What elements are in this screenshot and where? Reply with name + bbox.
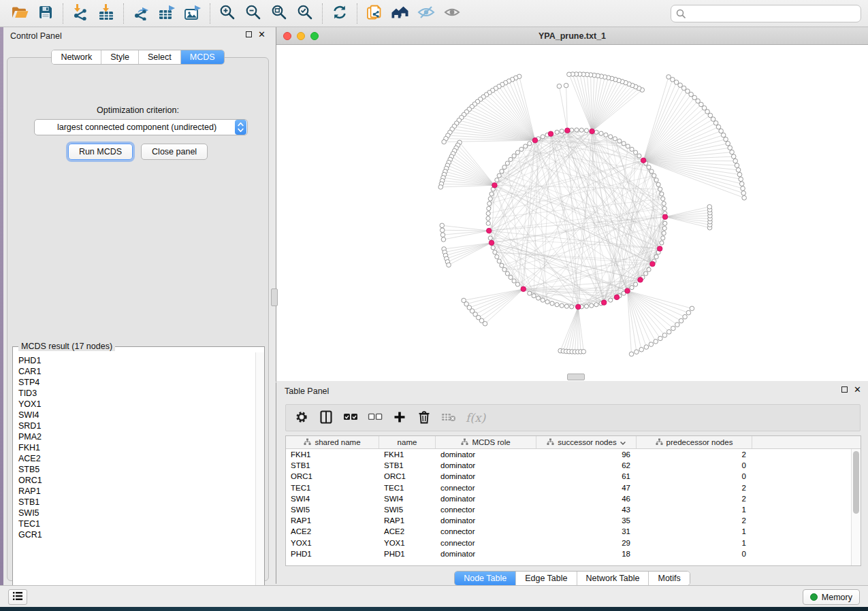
tab-node-table[interactable]: Node Table <box>455 572 515 585</box>
cell-successor-nodes: 96 <box>536 450 637 459</box>
minimize-window-icon[interactable] <box>297 32 305 40</box>
deselect-all-button[interactable] <box>365 408 385 428</box>
horizontal-splitter-handle[interactable] <box>567 374 585 380</box>
mcds-result-item[interactable]: STP4 <box>18 377 255 388</box>
table-row[interactable]: FKH1FKH1dominator962 <box>286 449 851 460</box>
table-scrollbar[interactable] <box>851 449 861 565</box>
mcds-result-item[interactable]: TEC1 <box>18 518 255 529</box>
table-row[interactable]: STB1STB1dominator620 <box>286 460 851 471</box>
vertical-splitter-handle[interactable] <box>271 288 278 306</box>
zoom-out-button[interactable] <box>240 2 266 25</box>
optimization-label: Optimization criterion: <box>7 105 268 115</box>
tab-network[interactable]: Network <box>52 50 101 64</box>
zoom-selected-button[interactable] <box>292 2 318 25</box>
first-neighbors-button[interactable] <box>387 2 413 25</box>
apply-function-button[interactable]: f(x) <box>463 408 488 428</box>
open-file-button[interactable] <box>7 2 33 25</box>
show-all-button[interactable] <box>439 2 465 25</box>
mcds-result-item[interactable]: GCR1 <box>18 529 255 540</box>
tab-style[interactable]: Style <box>101 50 138 64</box>
column-header-name[interactable]: name <box>379 436 436 448</box>
close-panel-icon[interactable]: ✕ <box>258 31 266 37</box>
clone-network-icon <box>366 3 383 23</box>
close-window-icon[interactable] <box>283 32 291 40</box>
column-header-successor-nodes[interactable]: successor nodes <box>536 436 637 448</box>
close-table-panel-icon[interactable]: ✕ <box>854 386 861 393</box>
mcds-result-item[interactable]: SRD1 <box>18 420 255 431</box>
checked-boxes-icon <box>343 412 358 424</box>
tab-select[interactable]: Select <box>138 50 180 64</box>
float-panel-icon[interactable] <box>246 31 252 37</box>
table-scrollbar-thumb[interactable] <box>853 451 859 514</box>
zoom-in-button[interactable] <box>214 2 240 25</box>
tab-mcds[interactable]: MCDS <box>180 50 224 64</box>
mcds-result-item[interactable]: TID3 <box>18 388 255 399</box>
save-session-button[interactable] <box>33 2 59 25</box>
export-table-icon <box>158 4 176 22</box>
table-row[interactable]: ACE2ACE2connector311 <box>286 526 851 537</box>
mcds-result-item[interactable]: YOX1 <box>18 399 255 410</box>
table-row[interactable]: YOX1YOX1connector291 <box>286 538 851 548</box>
delete-table-button[interactable] <box>438 408 459 428</box>
tab-edge-table[interactable]: Edge Table <box>515 572 576 585</box>
cell-successor-nodes: 31 <box>536 527 637 535</box>
mcds-result-item[interactable]: STB5 <box>18 464 255 475</box>
mcds-result-item[interactable]: ORC1 <box>18 475 255 486</box>
search-input[interactable] <box>671 5 861 22</box>
optimization-select[interactable]: largest connected component (undirected) <box>34 119 248 135</box>
mcds-result-item[interactable]: STB1 <box>18 497 255 508</box>
mcds-result-item[interactable]: ACE2 <box>18 453 255 464</box>
table-row[interactable]: SWI4SWI4dominator462 <box>286 493 851 504</box>
hide-selected-button[interactable] <box>413 2 439 25</box>
mcds-result-item[interactable]: SWI4 <box>18 410 255 420</box>
mcds-result-item[interactable]: SWI5 <box>18 508 255 518</box>
clone-network-button[interactable] <box>361 2 387 25</box>
create-column-button[interactable] <box>389 408 410 428</box>
zoom-out-icon <box>245 4 261 22</box>
column-header-MCDS-role[interactable]: MCDS role <box>436 436 536 448</box>
show-columns-button[interactable] <box>316 408 336 428</box>
column-header-predecessor-nodes[interactable]: predecessor nodes <box>637 436 752 448</box>
export-table-button[interactable] <box>154 2 180 25</box>
maximize-window-icon[interactable] <box>310 32 319 40</box>
export-network-button[interactable] <box>128 2 154 25</box>
mcds-result-item[interactable]: PMA2 <box>18 431 255 442</box>
node-table-body[interactable]: FKH1FKH1dominator962STB1STB1dominator620… <box>286 449 851 565</box>
table-row[interactable]: PHD1PHD1dominator180 <box>286 548 851 559</box>
tab-network-table[interactable]: Network Table <box>577 572 649 585</box>
mcds-result-item[interactable]: FKH1 <box>18 442 255 453</box>
mcds-result-box: MCDS result (17 nodes) PHD1CAR1STP4TID3Y… <box>12 346 265 599</box>
table-row[interactable]: SWI5SWI5connector431 <box>286 504 851 515</box>
run-mcds-button[interactable]: Run MCDS <box>68 144 133 160</box>
close-panel-button[interactable]: Close panel <box>141 144 208 160</box>
mcds-result-item[interactable]: CAR1 <box>18 366 255 377</box>
delete-column-button[interactable] <box>414 408 434 428</box>
import-table-button[interactable] <box>93 2 119 25</box>
mcds-result-item[interactable]: RAP1 <box>18 486 255 497</box>
column-header-shared-name[interactable]: shared name <box>286 436 379 448</box>
export-image-button[interactable] <box>180 2 206 25</box>
table-row[interactable]: TEC1TEC1connector472 <box>286 482 851 493</box>
mcds-list-scrollbar[interactable] <box>255 352 264 599</box>
memory-button[interactable]: Memory <box>803 589 860 605</box>
tab-motifs[interactable]: Motifs <box>648 572 689 585</box>
task-history-button[interactable] <box>8 589 27 605</box>
shared-column-icon <box>304 438 311 447</box>
table-row[interactable]: RAP1RAP1dominator352 <box>286 515 851 526</box>
zoom-fit-button[interactable] <box>266 2 292 25</box>
import-network-button[interactable] <box>67 2 93 25</box>
refresh-layout-button[interactable] <box>327 2 353 25</box>
table-row[interactable]: ORC1ORC1dominator610 <box>286 471 851 482</box>
cell-MCDS-role: dominator <box>436 450 536 459</box>
mcds-result-list[interactable]: PHD1CAR1STP4TID3YOX1SWI4SRD1PMA2FKH1ACE2… <box>14 352 255 598</box>
mcds-result-item[interactable]: PHD1 <box>18 355 255 366</box>
select-all-button[interactable] <box>340 408 361 428</box>
zoom-selected-icon <box>297 4 313 22</box>
table-settings-button[interactable] <box>291 408 312 428</box>
float-table-panel-icon[interactable] <box>841 386 848 393</box>
network-canvas[interactable] <box>276 45 868 381</box>
shared-column-icon <box>547 438 554 447</box>
network-titlebar[interactable]: YPA_prune.txt_1 <box>276 27 868 45</box>
import-table-icon <box>98 4 114 22</box>
cell-shared-name: STB1 <box>286 461 379 469</box>
